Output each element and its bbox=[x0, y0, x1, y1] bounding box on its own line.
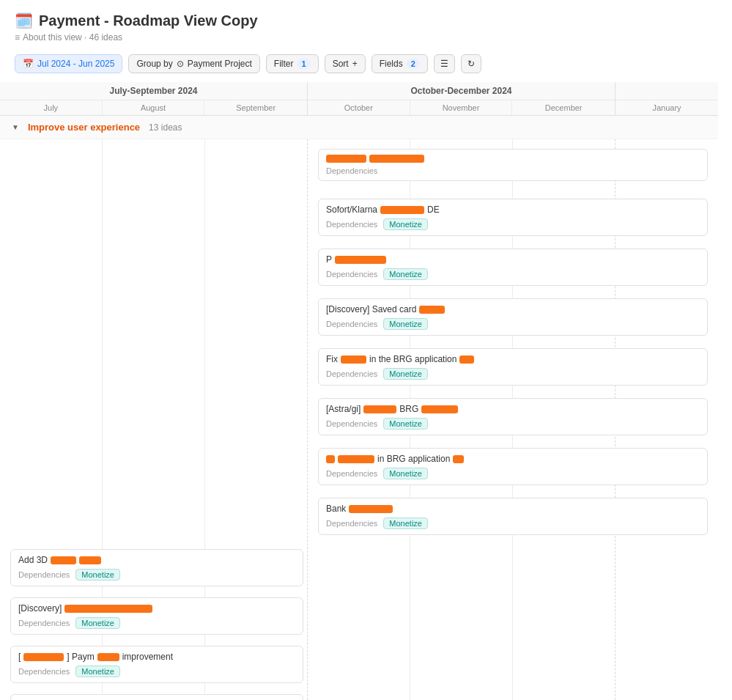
card-10-meta: Dependencies Monetize bbox=[18, 617, 295, 629]
card-5-monetize: Monetize bbox=[383, 368, 428, 380]
card-8-text: Bank bbox=[326, 504, 346, 514]
about-view: ≡ About this view · 46 ideas bbox=[15, 32, 717, 43]
refresh-icon: ↻ bbox=[467, 59, 475, 69]
card-1-deps: Dependencies bbox=[326, 166, 377, 175]
card-3-redact bbox=[335, 256, 386, 264]
roadmap-outer: July-September 2024 July August Septembe… bbox=[0, 82, 718, 700]
month-january: January bbox=[615, 100, 718, 115]
roadmap-card-5[interactable]: Fix in the BRG application Dependencies … bbox=[318, 348, 708, 386]
card-4-monetize: Monetize bbox=[383, 318, 428, 330]
roadmap-card-11[interactable]: [ ] Paym improvement Dependencies Moneti… bbox=[10, 646, 303, 683]
card-5-redact1 bbox=[341, 355, 366, 364]
list-view-button[interactable]: ☰ bbox=[434, 54, 455, 73]
card-9-redact1 bbox=[51, 556, 76, 564]
month-october: October bbox=[308, 100, 410, 115]
title-icon: 🗓️ bbox=[15, 12, 33, 29]
group-label: Group by bbox=[136, 59, 172, 69]
toolbar: 📅 Jul 2024 - Jun 2025 Group by ⊙ Payment… bbox=[0, 48, 732, 82]
card-4-text: [Discovery] Saved card bbox=[326, 304, 416, 314]
refresh-button[interactable]: ↻ bbox=[461, 54, 481, 73]
card-9-title: Add 3D bbox=[18, 555, 295, 565]
card-2-redact bbox=[380, 206, 424, 214]
quarter-q3: July-September 2024 July August Septembe… bbox=[0, 82, 308, 115]
card-8-title: Bank bbox=[326, 504, 700, 514]
card-10-deps: Dependencies bbox=[18, 619, 70, 627]
card-6-text1: [Astra/gi] bbox=[326, 404, 361, 414]
card-3-title: P bbox=[326, 254, 700, 265]
sort-plus-icon: + bbox=[352, 59, 358, 69]
card-6-title: [Astra/gi] BRG bbox=[326, 404, 700, 414]
card-9-text1: Add 3D bbox=[18, 555, 48, 565]
card-9-deps: Dependencies bbox=[18, 570, 70, 579]
roadmap-card-1[interactable]: Dependencies bbox=[318, 149, 708, 181]
card-4-title: [Discovery] Saved card bbox=[326, 304, 700, 314]
card-8-redact bbox=[349, 505, 393, 513]
card-2-text2: DE bbox=[427, 205, 440, 215]
card-11-text2: improvement bbox=[122, 652, 173, 662]
group-by-button[interactable]: Group by ⊙ Payment Project bbox=[128, 54, 259, 73]
page-header: 🗓️ Payment - Roadmap View Copy ≡ About t… bbox=[0, 0, 732, 48]
page-wrapper: 🗓️ Payment - Roadmap View Copy ≡ About t… bbox=[0, 0, 732, 700]
roadmap-card-6[interactable]: [Astra/gi] BRG Dependencies Monetize bbox=[318, 398, 708, 435]
q3-label: July-September 2024 bbox=[0, 82, 307, 100]
card-11-monetize: Monetize bbox=[75, 666, 120, 677]
card-11-deps: Dependencies bbox=[18, 667, 70, 676]
roadmap-card-12[interactable]: [Delivery] Pay (Bel ) Dependencies Monet… bbox=[10, 694, 303, 700]
card-4-redact bbox=[419, 306, 445, 314]
card-9-monetize: Monetize bbox=[75, 569, 120, 581]
card-11-title: [ ] Paym improvement bbox=[18, 652, 295, 662]
month-november: November bbox=[410, 100, 513, 115]
card-7-redact3 bbox=[453, 455, 464, 463]
month-july: July bbox=[0, 100, 103, 115]
date-range-button[interactable]: 📅 Jul 2024 - Jun 2025 bbox=[15, 54, 122, 73]
card-11-redact2 bbox=[97, 653, 119, 661]
card-10-title: [Discovery] bbox=[18, 603, 295, 614]
card-10-redact bbox=[64, 605, 152, 613]
group-name: Improve user experience bbox=[28, 122, 140, 133]
fields-label: Fields bbox=[380, 59, 403, 69]
roadmap-card-10[interactable]: [Discovery] Dependencies Monetize bbox=[10, 597, 303, 635]
roadmap-card-8[interactable]: Bank Dependencies Monetize bbox=[318, 498, 708, 535]
idea-count: 13 ideas bbox=[149, 122, 182, 133]
card-7-meta: Dependencies Monetize bbox=[326, 468, 700, 479]
fields-badge: 2 bbox=[407, 59, 420, 69]
card-7-redact2 bbox=[338, 455, 374, 463]
card-9-meta: Dependencies Monetize bbox=[18, 569, 295, 581]
roadmap-card-3[interactable]: P Dependencies Monetize bbox=[318, 248, 708, 286]
quarter-q1: January bbox=[615, 82, 718, 115]
roadmap-card-9[interactable]: Add 3D Dependencies Monetize bbox=[10, 549, 303, 586]
q4-months: October November December bbox=[308, 100, 615, 115]
card-6-text2: BRG bbox=[399, 404, 418, 414]
roadmap-card-7[interactable]: in BRG application Dependencies Monetize bbox=[318, 448, 708, 485]
card-8-deps: Dependencies bbox=[326, 519, 377, 528]
fields-button[interactable]: Fields 2 bbox=[371, 54, 428, 73]
q3-months: July August September bbox=[0, 100, 307, 115]
card-6-redact1 bbox=[363, 405, 396, 413]
page-title: 🗓️ Payment - Roadmap View Copy bbox=[15, 12, 717, 29]
card-10-text: [Discovery] bbox=[18, 603, 62, 614]
card-5-deps: Dependencies bbox=[326, 369, 377, 378]
card-4-deps: Dependencies bbox=[326, 320, 377, 328]
roadmap-card-2[interactable]: Sofort/Klarna DE Dependencies Monetize bbox=[318, 199, 708, 236]
card-3-text: P bbox=[326, 254, 332, 265]
month-september: September bbox=[204, 100, 307, 115]
card-6-meta: Dependencies Monetize bbox=[326, 418, 700, 430]
card-5-text2: in the BRG application bbox=[369, 354, 456, 364]
card-9-redact2 bbox=[79, 556, 101, 564]
card-2-text: Sofort/Klarna bbox=[326, 205, 377, 215]
card-5-redact2 bbox=[459, 355, 474, 364]
timeline-header: July-September 2024 July August Septembe… bbox=[0, 82, 718, 116]
sort-button[interactable]: Sort + bbox=[325, 54, 366, 73]
roadmap-card-4[interactable]: [Discovery] Saved card Dependencies Mone… bbox=[318, 298, 708, 336]
card-6-redact2 bbox=[421, 405, 458, 413]
calendar-icon: 📅 bbox=[23, 59, 34, 69]
month-august: August bbox=[103, 100, 205, 115]
group-value: Payment Project bbox=[188, 59, 252, 69]
card-2-monetize: Monetize bbox=[383, 218, 428, 230]
filter-badge: 1 bbox=[297, 59, 311, 69]
group-toggle-icon[interactable]: ▼ bbox=[12, 123, 19, 131]
card-10-monetize: Monetize bbox=[75, 617, 120, 629]
card-7-title: in BRG application bbox=[326, 454, 700, 464]
filter-button[interactable]: Filter 1 bbox=[266, 54, 319, 73]
title-text: Payment - Roadmap View Copy bbox=[39, 12, 258, 29]
